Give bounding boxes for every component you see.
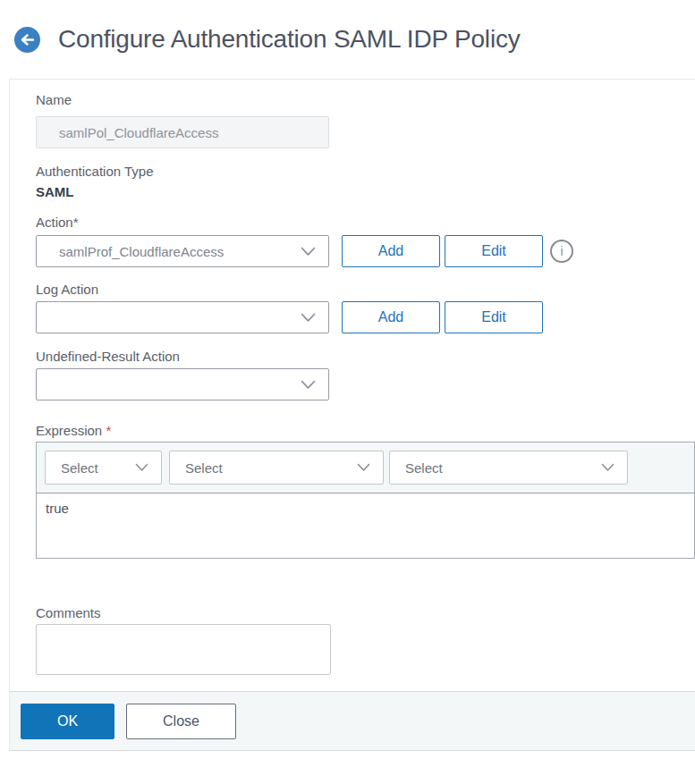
auth-type-label: Authentication Type [36,164,695,180]
action-select[interactable]: samlProf_CloudflareAccess [36,235,329,267]
chevron-down-icon [135,463,148,472]
expression-select-2[interactable]: Select [169,451,384,485]
auth-type-value: SAML [36,184,695,200]
action-select-value: samlProf_CloudflareAccess [59,244,301,259]
name-label: Name [36,92,695,108]
ok-button[interactable]: OK [21,704,114,739]
action-label: Action* [36,215,695,231]
chevron-down-icon [601,463,614,472]
expression-select-3[interactable]: Select [389,451,628,485]
chevron-down-icon [357,463,370,472]
form-panel: Name Authentication Type SAML Action* sa… [9,79,695,751]
expression-label: Expression * [36,423,695,439]
form-footer: OK Close [10,691,695,751]
page-title: Configure Authentication SAML IDP Policy [58,25,521,54]
action-add-button[interactable]: Add [342,235,440,267]
back-button[interactable] [14,27,40,53]
close-button[interactable]: Close [126,704,236,739]
chevron-down-icon [301,313,316,323]
info-icon[interactable]: i [550,240,573,263]
page-header: Configure Authentication SAML IDP Policy [0,0,695,79]
action-edit-button[interactable]: Edit [445,235,543,267]
required-asterisk: * [106,423,111,438]
expression-input[interactable]: true [37,493,694,558]
log-action-select[interactable] [36,301,329,333]
expression-select-1[interactable]: Select [45,451,162,485]
expression-toolbar: Select Select Select [37,443,694,493]
arrow-left-icon [20,33,35,46]
comments-input[interactable] [36,624,331,675]
log-action-label: Log Action [36,282,695,298]
log-action-add-button[interactable]: Add [342,301,440,333]
comments-label: Comments [36,605,695,621]
expression-select-3-value: Select [405,460,443,476]
undefined-result-action-label: Undefined-Result Action [36,349,695,365]
name-input[interactable] [36,116,329,148]
expression-select-1-value: Select [61,460,98,476]
expression-editor: Select Select Select [36,442,695,559]
chevron-down-icon [301,247,316,257]
expression-label-text: Expression [36,423,102,438]
log-action-edit-button[interactable]: Edit [445,301,543,333]
form-fields: Name Authentication Type SAML Action* sa… [10,80,695,675]
undefined-result-action-select[interactable] [36,368,329,400]
expression-select-2-value: Select [185,460,223,476]
chevron-down-icon [301,380,316,390]
